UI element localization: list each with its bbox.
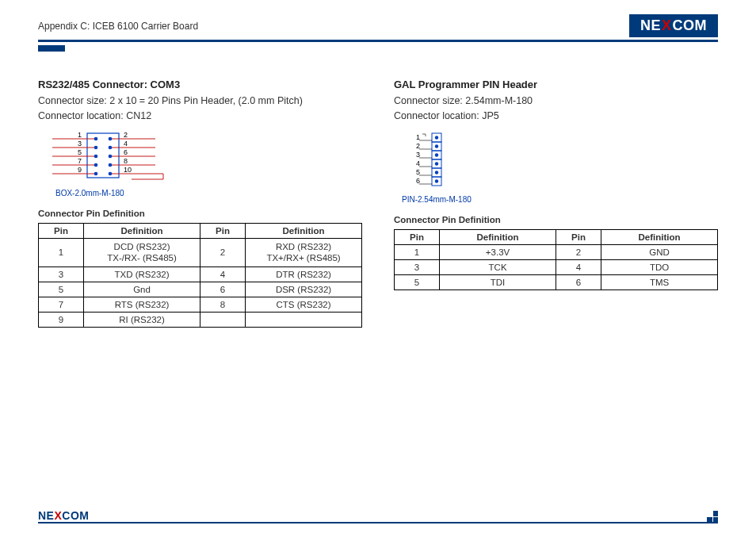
svg-text:6: 6: [416, 177, 420, 185]
cell: 7: [39, 297, 84, 313]
footer: NEXCOM Copyright © 2011 NEXCOM Internati…: [0, 509, 756, 533]
cell: RI (RS232): [84, 313, 200, 328]
svg-point-41: [435, 171, 438, 174]
logo: NEXCOM: [629, 14, 718, 37]
th-def2: Definition: [601, 229, 718, 244]
cell: RXD (RS232)TX+/RX+ (RS485): [246, 238, 362, 267]
cell: 6: [200, 282, 245, 297]
right-diagram: 1 2 3 4 5 6: [408, 132, 718, 189]
svg-text:2: 2: [124, 132, 128, 139]
svg-text:6: 6: [124, 148, 128, 156]
right-section: GAL Programmer PIN Header Connector size…: [394, 79, 718, 328]
left-size: Connector size: 2 x 10 = 20 Pins Pin Hea…: [38, 94, 362, 109]
logo-pre: NE: [640, 17, 661, 34]
svg-text:9: 9: [78, 166, 82, 174]
th-def2: Definition: [246, 223, 362, 238]
svg-text:7: 7: [78, 157, 82, 165]
cell: +3.3V: [440, 244, 556, 259]
cell: 8: [200, 297, 245, 313]
svg-text:3: 3: [416, 151, 420, 159]
right-size: Connector size: 2.54mm-M-180: [394, 94, 718, 109]
th-pin: Pin: [395, 229, 440, 244]
svg-point-6: [109, 154, 113, 158]
cell: TCK: [440, 259, 556, 274]
right-location: Connector location: JP5: [394, 109, 718, 124]
svg-text:4: 4: [416, 159, 420, 167]
th-pin2: Pin: [200, 223, 245, 238]
left-section: RS232/485 Connector: COM3 Connector size…: [38, 79, 362, 328]
left-table: Pin Definition Pin Definition 1 DCD (RS2…: [38, 223, 362, 328]
footer-logo: NEXCOM: [38, 509, 89, 522]
svg-point-5: [94, 154, 98, 158]
svg-point-10: [109, 171, 113, 175]
cell: 1: [395, 244, 440, 259]
cell: 4: [200, 267, 245, 282]
th-pin: Pin: [39, 223, 84, 238]
cell: GND: [601, 244, 718, 259]
cell: 9: [39, 313, 84, 328]
right-subhead: Connector Pin Definition: [394, 215, 718, 224]
th-def: Definition: [84, 223, 200, 238]
left-caption: BOX-2.0mm-M-180: [55, 189, 362, 197]
logo-post: COM: [673, 17, 708, 34]
svg-rect-0: [87, 133, 119, 178]
footer-decoration: [707, 511, 718, 522]
svg-point-37: [435, 136, 438, 139]
left-title: RS232/485 Connector: COM3: [38, 79, 362, 90]
cell: RTS (RS232): [84, 297, 200, 313]
svg-point-9: [94, 171, 98, 175]
svg-point-3: [94, 145, 98, 149]
header-tab: [38, 45, 65, 52]
cell: DCD (RS232)TX-/RX- (RS485): [84, 238, 200, 267]
cell: 3: [395, 259, 440, 274]
svg-text:10: 10: [124, 166, 132, 174]
appendix-label: Appendix C: ICEB 6100 Carrier Board: [38, 21, 198, 32]
svg-point-40: [435, 162, 438, 165]
cell: TXD (RS232): [84, 267, 200, 282]
svg-point-4: [109, 145, 113, 149]
cell: 3: [39, 267, 84, 282]
svg-text:8: 8: [124, 157, 128, 165]
cell: CTS (RS232): [246, 297, 362, 313]
cell: [246, 313, 362, 328]
th-pin2: Pin: [556, 229, 601, 244]
cell: DTR (RS232): [246, 267, 362, 282]
svg-text:4: 4: [124, 140, 128, 148]
left-subhead: Connector Pin Definition: [38, 209, 362, 218]
right-table: Pin Definition Pin Definition 1 +3.3V 2 …: [394, 229, 718, 290]
cell: 6: [556, 274, 601, 290]
svg-point-42: [435, 179, 438, 182]
svg-point-8: [109, 163, 113, 167]
svg-text:5: 5: [78, 148, 82, 156]
svg-point-2: [109, 136, 113, 140]
svg-text:1: 1: [78, 132, 82, 139]
th-def: Definition: [440, 229, 556, 244]
svg-text:2: 2: [416, 142, 420, 150]
right-caption: PIN-2.54mm-M-180: [402, 195, 718, 204]
svg-point-39: [435, 153, 438, 156]
svg-point-38: [435, 144, 438, 148]
cell: 5: [395, 274, 440, 290]
logo-x: X: [662, 17, 672, 34]
cell: TDO: [601, 259, 718, 274]
cell: 4: [556, 259, 601, 274]
cell: 2: [556, 244, 601, 259]
right-title: GAL Programmer PIN Header: [394, 79, 718, 90]
cell: Gnd: [84, 282, 200, 297]
left-location: Connector location: CN12: [38, 109, 362, 124]
cell: DSR (RS232): [246, 282, 362, 297]
svg-text:5: 5: [416, 168, 420, 176]
cell: TMS: [601, 274, 718, 290]
svg-point-1: [94, 136, 98, 140]
cell: 2: [200, 238, 245, 267]
cell: TDI: [440, 274, 556, 290]
cell: 1: [39, 238, 84, 267]
svg-text:3: 3: [78, 140, 82, 148]
svg-point-7: [94, 163, 98, 167]
cell: [200, 313, 245, 328]
svg-text:1: 1: [416, 133, 420, 141]
left-diagram: 1 3 5 7 9 2 4 6 8 10: [52, 132, 362, 182]
cell: 5: [39, 282, 84, 297]
